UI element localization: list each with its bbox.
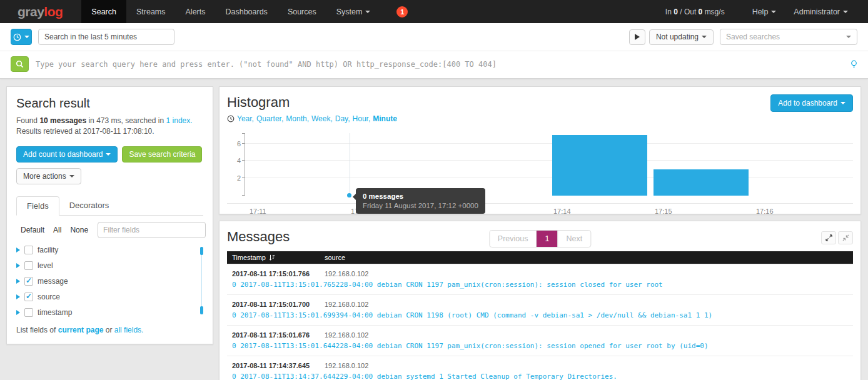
- more-actions-button[interactable]: More actions: [16, 168, 81, 184]
- add-to-dashboard-button[interactable]: Add to dashboard: [770, 94, 853, 112]
- throughput-indicator[interactable]: In 0 / Out 0 msg/s: [665, 8, 725, 16]
- histogram-bar[interactable]: [654, 169, 749, 196]
- expand-field-icon[interactable]: [16, 310, 20, 315]
- index-link[interactable]: 1 index.: [166, 116, 193, 125]
- pagination: Previous 1 Next: [489, 230, 591, 248]
- expand-icon: [825, 234, 832, 241]
- help-menu[interactable]: Help: [744, 8, 785, 16]
- retrieved-timestamp: Results retrieved at 2017-08-11 17:08:10…: [16, 126, 203, 137]
- message-text[interactable]: 0 2017-08-11T13:14:37.644229-04:00 debia…: [227, 371, 853, 380]
- message-text[interactable]: 0 2017-08-11T13:15:01.699394-04:00 debia…: [227, 310, 853, 325]
- gridline: [245, 178, 853, 178]
- tab-fields[interactable]: Fields: [16, 196, 59, 216]
- interval-minute[interactable]: Minute: [373, 114, 397, 123]
- refresh-interval-button[interactable]: Not updating: [649, 29, 714, 45]
- field-row-source: source: [16, 292, 203, 301]
- timestamp-column-header[interactable]: Timestamp: [232, 254, 325, 261]
- interval-month[interactable]: Month,: [286, 114, 309, 123]
- message-timestamp[interactable]: 2017-08-11 17:15:01.766: [232, 270, 325, 278]
- y-axis-tick-label: 2: [228, 174, 241, 182]
- field-checkbox[interactable]: [24, 292, 33, 301]
- user-menu[interactable]: Administrator: [785, 8, 857, 16]
- fields-default-button[interactable]: Default: [16, 223, 49, 237]
- expand-field-icon[interactable]: [16, 279, 20, 284]
- main-column: Histogram Add to dashboard Year, Quarter…: [219, 86, 861, 380]
- message-timestamp[interactable]: 2017-08-11 17:15:01.676: [232, 331, 325, 339]
- expand-messages-button[interactable]: [821, 231, 836, 244]
- message-source[interactable]: 192.168.0.102: [325, 301, 848, 308]
- field-checkbox[interactable]: [24, 261, 33, 270]
- run-search-button[interactable]: [629, 29, 645, 45]
- source-column-header[interactable]: source: [325, 254, 848, 261]
- nav-item-streams[interactable]: Streams: [126, 0, 176, 23]
- field-checkbox[interactable]: [24, 246, 33, 254]
- message-source[interactable]: 192.168.0.102: [325, 270, 848, 278]
- graylog-logo[interactable]: graylog: [0, 0, 81, 23]
- message-source[interactable]: 192.168.0.102: [325, 362, 848, 369]
- chevron-down-icon: [846, 36, 851, 38]
- message-row[interactable]: 2017-08-11 17:15:01.676192.168.0.102 0 2…: [227, 325, 853, 356]
- field-checkbox[interactable]: [24, 277, 33, 286]
- search-query-input[interactable]: [36, 60, 845, 69]
- all-fields-link[interactable]: all fields.: [114, 326, 144, 334]
- interval-quarter[interactable]: Quarter,: [256, 114, 283, 123]
- save-search-criteria-button[interactable]: Save search criteria: [122, 146, 202, 162]
- pagination-next[interactable]: Next: [557, 231, 590, 247]
- message-row[interactable]: 2017-08-11 17:14:37.645192.168.0.102 0 2…: [227, 356, 853, 380]
- histogram-chart: 0 messages Friday 11 August 2017, 17:12 …: [227, 133, 853, 215]
- expand-field-icon[interactable]: [16, 294, 20, 299]
- nav-item-sources[interactable]: Sources: [278, 0, 326, 23]
- field-checkbox[interactable]: [24, 308, 33, 317]
- message-row[interactable]: 2017-08-11 17:15:01.700192.168.0.102 0 2…: [227, 294, 853, 325]
- fields-all-button[interactable]: All: [49, 223, 66, 237]
- expand-field-icon[interactable]: [16, 248, 20, 252]
- message-text[interactable]: 0 2017-08-11T13:15:01.765228-04:00 debia…: [227, 279, 853, 294]
- page-content: Search result Found 10 messages in 473 m…: [0, 79, 868, 380]
- x-axis-tick-label: 17:14: [553, 208, 571, 215]
- message-source[interactable]: 192.168.0.102: [325, 331, 848, 339]
- fields-footer: List fields of current page or all field…: [16, 326, 203, 334]
- nav-item-alerts[interactable]: Alerts: [176, 0, 216, 23]
- time-range-input[interactable]: [38, 29, 174, 45]
- message-timestamp[interactable]: 2017-08-11 17:14:37.645: [232, 362, 325, 369]
- collapse-icon: [842, 234, 849, 241]
- histogram-plot[interactable]: 0 messages Friday 11 August 2017, 17:12 …: [245, 133, 853, 196]
- message-text[interactable]: 0 2017-08-11T13:15:01.644228-04:00 debia…: [227, 341, 853, 356]
- interval-week[interactable]: Week,: [311, 114, 333, 123]
- interval-selector: Year, Quarter, Month, Week, Day, Hour, M…: [227, 114, 853, 123]
- message-row[interactable]: 2017-08-11 17:15:01.766192.168.0.102 0 2…: [227, 264, 853, 294]
- search-result-sidebar: Search result Found 10 messages in 473 m…: [6, 86, 213, 344]
- query-row: [0, 51, 868, 78]
- interval-hour[interactable]: Hour,: [353, 114, 371, 123]
- nav-item-dashboards[interactable]: Dashboards: [215, 0, 277, 23]
- time-range-dropdown-button[interactable]: [11, 29, 32, 45]
- current-page-link[interactable]: current page: [58, 326, 104, 334]
- fields-none-button[interactable]: None: [66, 223, 93, 237]
- time-range-row: Not updating Saved searches: [0, 23, 868, 51]
- interval-year[interactable]: Year,: [237, 114, 254, 123]
- add-count-to-dashboard-button[interactable]: Add count to dashboard: [16, 146, 118, 162]
- expand-field-icon[interactable]: [16, 263, 20, 268]
- chart-hover-dot: [347, 193, 351, 198]
- lightbulb-icon[interactable]: [850, 60, 857, 69]
- nav-item-system[interactable]: System: [326, 0, 381, 23]
- saved-searches-select[interactable]: Saved searches: [720, 29, 857, 45]
- histogram-bar[interactable]: [552, 135, 647, 196]
- search-submit-button[interactable]: [11, 56, 29, 72]
- gridline: [245, 160, 853, 161]
- field-list-scrollbar[interactable]: [201, 247, 202, 314]
- tab-decorators[interactable]: Decorators: [59, 196, 119, 216]
- pagination-page-1[interactable]: 1: [536, 231, 557, 247]
- pagination-previous[interactable]: Previous: [490, 231, 537, 247]
- filter-fields-input[interactable]: [98, 222, 206, 238]
- message-timestamp[interactable]: 2017-08-11 17:15:01.700: [232, 301, 325, 308]
- x-axis-tick-label: 17:16: [756, 208, 774, 215]
- chart-tooltip: 0 messages Friday 11 August 2017, 17:12 …: [356, 188, 485, 214]
- notification-badge[interactable]: 1: [396, 6, 408, 18]
- collapse-messages-button[interactable]: [838, 231, 853, 244]
- nav-item-search[interactable]: Search: [81, 0, 126, 23]
- chevron-down-icon: [69, 175, 74, 178]
- interval-day[interactable]: Day,: [335, 114, 350, 123]
- chevron-down-icon: [24, 36, 29, 38]
- fields-list: facility level message source timestamp: [16, 246, 203, 317]
